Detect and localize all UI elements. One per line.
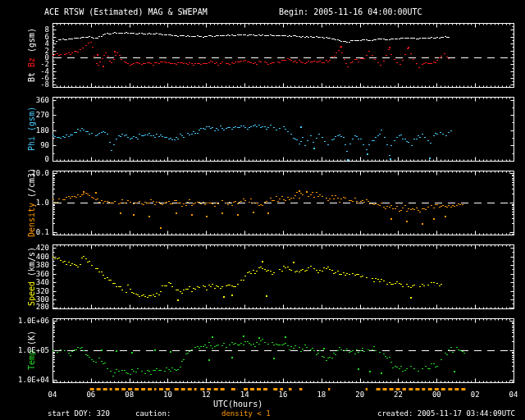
density-warning-text: density < 1 xyxy=(221,409,271,418)
x-tick-label: 14 xyxy=(240,390,249,399)
y-tick-label-density: 1.0 xyxy=(36,199,49,207)
y-tick-label-speed: 320 xyxy=(36,287,49,295)
y-tick-label-speed: 280 xyxy=(36,303,49,311)
created-timestamp: created: 2005-11-17 03:44:09UTC xyxy=(377,409,515,418)
x-axis-title: UTC(hours) xyxy=(213,399,262,409)
y-tick-label-phi: 0 xyxy=(45,155,49,163)
x-tick-label: 00 xyxy=(432,390,441,399)
x-tick-label: 20 xyxy=(355,390,364,399)
y-tick-label-speed: 340 xyxy=(36,278,49,286)
y-tick-label-bt_bz: -8 xyxy=(40,80,49,89)
y-tick-label-speed: 420 xyxy=(36,244,49,252)
chart-canvas xyxy=(0,0,525,420)
y-tick-label-density: 10.0 xyxy=(31,169,49,177)
x-tick-label: 10 xyxy=(163,390,172,399)
start-doy-text: start DOY: 320 xyxy=(48,409,110,418)
y-tick-label-temp: 1.0E+06 xyxy=(18,317,49,325)
density-label: Density xyxy=(27,198,36,237)
y-tick-label-speed: 360 xyxy=(36,270,49,278)
y-tick-label-temp: 1.0E+05 xyxy=(18,346,49,354)
x-tick-label: 06 xyxy=(86,390,95,399)
y-tick-label-phi: 270 xyxy=(36,111,49,119)
kms-unit-label: (km/s) xyxy=(27,247,36,276)
bt-label: Bt xyxy=(27,67,36,82)
begin-timestamp: Begin: 2005-11-16 04:00:00UTC xyxy=(279,7,422,16)
y-tick-label-phi: 90 xyxy=(40,141,49,149)
x-tick-label: 02 xyxy=(471,390,480,399)
x-tick-label: 08 xyxy=(125,390,134,399)
y-tick-label-temp: 1.0E+04 xyxy=(18,376,49,384)
y-tick-label-speed: 380 xyxy=(36,261,49,269)
y-axis-label-bt-bz: Bt Bz (gsm) xyxy=(25,23,38,87)
x-tick-label: 04 xyxy=(48,390,57,399)
x-tick-label: 12 xyxy=(202,390,211,399)
phi-label: Phi (gsm) xyxy=(27,107,36,151)
bz-label: Bz xyxy=(27,57,36,67)
ace-rtsw-plot: ACE RTSW (Estimated) MAG & SWEPAM Begin:… xyxy=(0,0,525,420)
page-title: ACE RTSW (Estimated) MAG & SWEPAM xyxy=(44,7,208,16)
x-tick-label: 04 xyxy=(509,390,518,399)
kelvin-unit-label: (K) xyxy=(27,331,36,345)
y-tick-label-density: 0.1 xyxy=(36,228,49,236)
caution-text: caution: xyxy=(135,409,171,418)
y-tick-label-phi: 180 xyxy=(36,126,49,135)
x-tick-label: 16 xyxy=(279,390,288,399)
speed-label: Speed xyxy=(27,276,36,306)
y-tick-label-speed: 400 xyxy=(36,253,49,261)
x-tick-label: 22 xyxy=(394,390,403,399)
gsm-unit-label: (gsm) xyxy=(27,28,36,57)
x-tick-label: 18 xyxy=(317,390,326,399)
y-tick-label-phi: 360 xyxy=(36,96,49,104)
